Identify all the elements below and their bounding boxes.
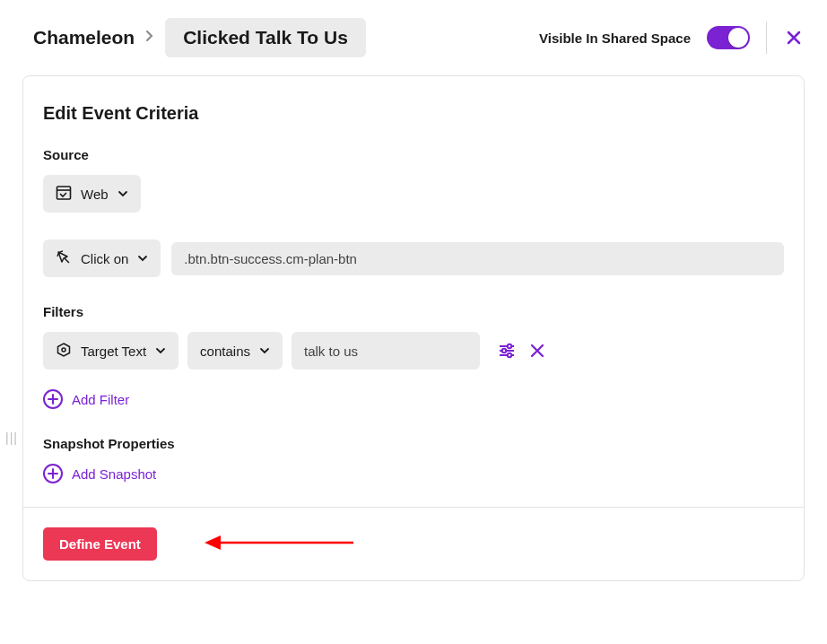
svg-rect-0 [57,187,71,199]
web-icon [56,185,72,204]
svg-point-3 [62,348,65,352]
filter-operator-select[interactable]: contains [187,332,283,370]
svg-point-7 [502,349,506,352]
filter-remove-button[interactable] [527,340,548,361]
plus-circle-icon [43,389,63,409]
chevron-down-icon [137,253,148,264]
breadcrumb-current[interactable]: Clicked Talk To Us [165,18,366,57]
visibility-toggle[interactable] [707,26,750,49]
source-select[interactable]: Web [43,175,141,213]
drag-handle-icon[interactable]: ||| [5,431,18,445]
filter-property-select[interactable]: Target Text [43,332,178,370]
source-section-label: Source [43,147,784,162]
chevron-right-icon [145,30,154,46]
add-snapshot-button[interactable]: Add Snapshot [43,464,156,483]
plus-circle-icon [43,464,63,483]
visible-in-shared-space-label: Visible In Shared Space [539,30,691,46]
card-footer: Define Event [23,507,804,580]
header-actions: Visible In Shared Space [539,22,805,54]
svg-point-5 [508,344,511,348]
filter-property-value: Target Text [81,344,146,359]
action-select[interactable]: Click on [43,239,161,277]
chevron-down-icon [118,188,128,199]
add-filter-button[interactable]: Add Filter [43,389,129,409]
selector-input[interactable]: .btn.btn-success.cm-plan-btn [171,242,784,275]
close-icon [530,344,544,358]
toggle-knob [728,28,748,48]
annotation-arrow [203,532,355,553]
card-title: Edit Event Criteria [43,103,784,124]
source-value: Web [81,187,109,202]
filter-settings-button[interactable] [496,340,518,361]
target-icon [56,342,72,361]
close-icon [786,30,802,46]
arrow-left-icon [203,532,355,553]
svg-marker-11 [205,535,221,550]
breadcrumb: Chameleon Clicked Talk To Us [33,18,366,57]
snapshot-section-label: Snapshot Properties [43,436,784,451]
filters-section-label: Filters [43,304,784,319]
close-button[interactable] [783,27,805,48]
divider [766,22,767,54]
add-snapshot-label: Add Snapshot [72,466,156,482]
header: Chameleon Clicked Talk To Us Visible In … [22,18,805,57]
svg-marker-2 [58,344,70,356]
action-label: Click on [81,251,128,266]
filter-value-input[interactable]: talk to us [292,332,480,370]
chevron-down-icon [155,345,166,356]
sliders-icon [498,342,516,360]
cursor-click-icon [56,249,72,268]
add-filter-label: Add Filter [72,392,129,407]
svg-point-9 [508,353,511,357]
define-event-button[interactable]: Define Event [43,527,157,561]
breadcrumb-root[interactable]: Chameleon [33,27,135,48]
chevron-down-icon [259,345,270,356]
edit-event-card: ||| Edit Event Criteria Source Web [22,75,805,581]
filter-operator-value: contains [200,344,250,359]
